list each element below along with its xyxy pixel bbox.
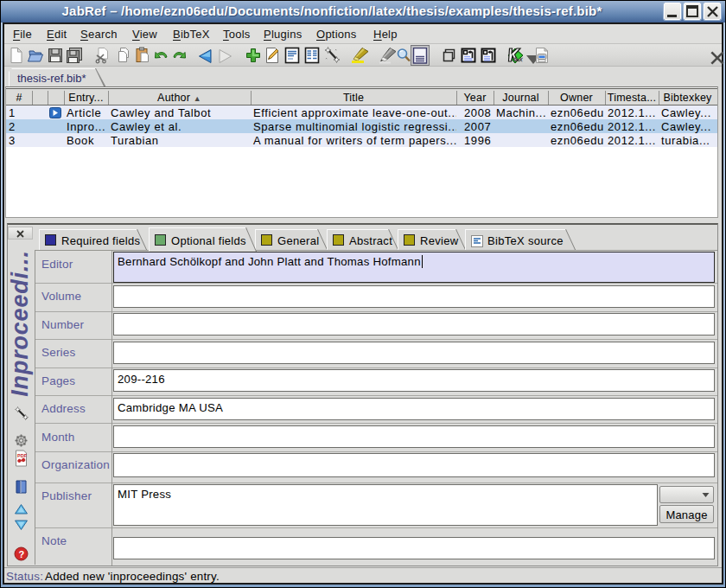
svg-text:TeX: TeX — [513, 57, 523, 62]
svg-text:PDF: PDF — [17, 453, 28, 458]
svg-text:?: ? — [19, 549, 25, 559]
